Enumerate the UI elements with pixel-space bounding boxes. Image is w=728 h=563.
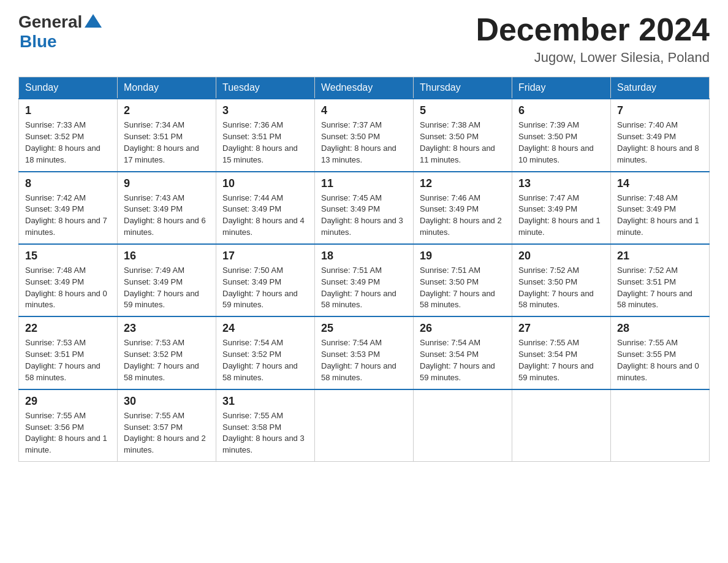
day-number: 17	[222, 250, 308, 262]
calendar-cell: 25 Sunrise: 7:54 AMSunset: 3:53 PMDaylig…	[315, 316, 414, 389]
day-info: Sunrise: 7:45 AMSunset: 3:49 PMDaylight:…	[321, 193, 403, 237]
day-info: Sunrise: 7:33 AMSunset: 3:52 PMDaylight:…	[25, 120, 100, 164]
logo-general-text: General	[18, 12, 82, 32]
header-tuesday: Tuesday	[216, 77, 315, 99]
day-number: 27	[518, 322, 604, 335]
day-number: 6	[518, 104, 604, 117]
calendar-cell: 19 Sunrise: 7:51 AMSunset: 3:50 PMDaylig…	[414, 244, 512, 316]
day-info: Sunrise: 7:55 AMSunset: 3:56 PMDaylight:…	[25, 411, 107, 455]
day-info: Sunrise: 7:38 AMSunset: 3:50 PMDaylight:…	[420, 120, 495, 164]
day-info: Sunrise: 7:48 AMSunset: 3:49 PMDaylight:…	[617, 193, 699, 237]
day-info: Sunrise: 7:53 AMSunset: 3:52 PMDaylight:…	[124, 338, 199, 382]
calendar-cell: 30 Sunrise: 7:55 AMSunset: 3:57 PMDaylig…	[118, 389, 216, 462]
calendar-cell: 28 Sunrise: 7:55 AMSunset: 3:55 PMDaylig…	[611, 316, 710, 389]
calendar-week-4: 22 Sunrise: 7:53 AMSunset: 3:51 PMDaylig…	[19, 316, 710, 389]
day-info: Sunrise: 7:55 AMSunset: 3:58 PMDaylight:…	[222, 411, 305, 455]
day-number: 24	[222, 322, 308, 335]
day-info: Sunrise: 7:55 AMSunset: 3:57 PMDaylight:…	[124, 411, 206, 455]
day-info: Sunrise: 7:50 AMSunset: 3:49 PMDaylight:…	[222, 266, 298, 310]
calendar-cell	[611, 389, 710, 462]
month-title: December 2024	[476, 12, 710, 47]
calendar-week-1: 1 Sunrise: 7:33 AMSunset: 3:52 PMDayligh…	[19, 99, 710, 171]
calendar-cell	[512, 389, 611, 462]
calendar-cell: 13 Sunrise: 7:47 AMSunset: 3:49 PMDaylig…	[512, 172, 611, 244]
calendar-cell: 11 Sunrise: 7:45 AMSunset: 3:49 PMDaylig…	[315, 172, 414, 244]
day-info: Sunrise: 7:55 AMSunset: 3:54 PMDaylight:…	[518, 338, 594, 382]
page-header: General Blue December 2024 Jugow, Lower …	[18, 12, 710, 66]
day-number: 11	[321, 177, 407, 190]
day-info: Sunrise: 7:37 AMSunset: 3:50 PMDaylight:…	[321, 120, 396, 164]
day-info: Sunrise: 7:43 AMSunset: 3:49 PMDaylight:…	[124, 193, 206, 237]
calendar-cell: 31 Sunrise: 7:55 AMSunset: 3:58 PMDaylig…	[216, 389, 315, 462]
logo-blue-text: Blue	[20, 32, 57, 52]
calendar-cell: 23 Sunrise: 7:53 AMSunset: 3:52 PMDaylig…	[118, 316, 216, 389]
calendar-cell: 1 Sunrise: 7:33 AMSunset: 3:52 PMDayligh…	[19, 99, 118, 171]
day-number: 3	[222, 104, 308, 117]
day-info: Sunrise: 7:49 AMSunset: 3:49 PMDaylight:…	[124, 266, 199, 310]
day-info: Sunrise: 7:54 AMSunset: 3:52 PMDaylight:…	[222, 338, 298, 382]
calendar-cell: 10 Sunrise: 7:44 AMSunset: 3:49 PMDaylig…	[216, 172, 315, 244]
calendar-cell: 20 Sunrise: 7:52 AMSunset: 3:50 PMDaylig…	[512, 244, 611, 316]
header-saturday: Saturday	[611, 77, 710, 99]
calendar-cell: 4 Sunrise: 7:37 AMSunset: 3:50 PMDayligh…	[315, 99, 414, 171]
header-wednesday: Wednesday	[315, 77, 414, 99]
day-number: 8	[25, 177, 111, 190]
day-number: 29	[25, 395, 111, 408]
day-info: Sunrise: 7:36 AMSunset: 3:51 PMDaylight:…	[222, 120, 298, 164]
calendar-cell: 16 Sunrise: 7:49 AMSunset: 3:49 PMDaylig…	[118, 244, 216, 316]
calendar-table: SundayMondayTuesdayWednesdayThursdayFrid…	[18, 77, 710, 462]
calendar-cell: 24 Sunrise: 7:54 AMSunset: 3:52 PMDaylig…	[216, 316, 315, 389]
calendar-week-2: 8 Sunrise: 7:42 AMSunset: 3:49 PMDayligh…	[19, 172, 710, 244]
day-number: 7	[617, 104, 703, 117]
day-number: 26	[420, 322, 506, 335]
day-info: Sunrise: 7:47 AMSunset: 3:49 PMDaylight:…	[518, 193, 601, 237]
calendar-cell: 6 Sunrise: 7:39 AMSunset: 3:50 PMDayligh…	[512, 99, 611, 171]
calendar-cell: 26 Sunrise: 7:54 AMSunset: 3:54 PMDaylig…	[414, 316, 512, 389]
header-thursday: Thursday	[414, 77, 512, 99]
calendar-cell: 22 Sunrise: 7:53 AMSunset: 3:51 PMDaylig…	[19, 316, 118, 389]
calendar-cell	[315, 389, 414, 462]
day-number: 12	[420, 177, 506, 190]
day-info: Sunrise: 7:42 AMSunset: 3:49 PMDaylight:…	[25, 193, 107, 237]
day-number: 13	[518, 177, 604, 190]
day-number: 16	[124, 250, 210, 262]
title-block: December 2024 Jugow, Lower Silesia, Pola…	[476, 12, 710, 66]
day-info: Sunrise: 7:52 AMSunset: 3:51 PMDaylight:…	[617, 266, 692, 310]
day-number: 21	[617, 250, 703, 262]
day-info: Sunrise: 7:52 AMSunset: 3:50 PMDaylight:…	[518, 266, 594, 310]
day-number: 23	[124, 322, 210, 335]
day-number: 18	[321, 250, 407, 262]
day-number: 28	[617, 322, 703, 335]
location-title: Jugow, Lower Silesia, Poland	[476, 50, 710, 66]
logo: General Blue	[18, 12, 102, 52]
calendar-cell: 9 Sunrise: 7:43 AMSunset: 3:49 PMDayligh…	[118, 172, 216, 244]
day-info: Sunrise: 7:54 AMSunset: 3:53 PMDaylight:…	[321, 338, 396, 382]
calendar-week-3: 15 Sunrise: 7:48 AMSunset: 3:49 PMDaylig…	[19, 244, 710, 316]
day-number: 10	[222, 177, 308, 190]
calendar-header-row: SundayMondayTuesdayWednesdayThursdayFrid…	[19, 77, 710, 99]
day-info: Sunrise: 7:40 AMSunset: 3:49 PMDaylight:…	[617, 120, 699, 164]
header-monday: Monday	[118, 77, 216, 99]
day-number: 15	[25, 250, 111, 262]
day-info: Sunrise: 7:51 AMSunset: 3:49 PMDaylight:…	[321, 266, 396, 310]
day-info: Sunrise: 7:34 AMSunset: 3:51 PMDaylight:…	[124, 120, 199, 164]
day-number: 19	[420, 250, 506, 262]
day-info: Sunrise: 7:46 AMSunset: 3:49 PMDaylight:…	[420, 193, 502, 237]
logo-triangle-icon	[85, 14, 102, 28]
calendar-cell: 15 Sunrise: 7:48 AMSunset: 3:49 PMDaylig…	[19, 244, 118, 316]
day-info: Sunrise: 7:53 AMSunset: 3:51 PMDaylight:…	[25, 338, 100, 382]
calendar-cell: 5 Sunrise: 7:38 AMSunset: 3:50 PMDayligh…	[414, 99, 512, 171]
calendar-cell: 3 Sunrise: 7:36 AMSunset: 3:51 PMDayligh…	[216, 99, 315, 171]
day-info: Sunrise: 7:55 AMSunset: 3:55 PMDaylight:…	[617, 338, 699, 382]
day-info: Sunrise: 7:39 AMSunset: 3:50 PMDaylight:…	[518, 120, 594, 164]
day-number: 2	[124, 104, 210, 117]
header-friday: Friday	[512, 77, 611, 99]
day-info: Sunrise: 7:44 AMSunset: 3:49 PMDaylight:…	[222, 193, 305, 237]
calendar-cell: 7 Sunrise: 7:40 AMSunset: 3:49 PMDayligh…	[611, 99, 710, 171]
calendar-cell: 12 Sunrise: 7:46 AMSunset: 3:49 PMDaylig…	[414, 172, 512, 244]
calendar-cell: 17 Sunrise: 7:50 AMSunset: 3:49 PMDaylig…	[216, 244, 315, 316]
day-number: 30	[124, 395, 210, 408]
calendar-week-5: 29 Sunrise: 7:55 AMSunset: 3:56 PMDaylig…	[19, 389, 710, 462]
calendar-cell: 29 Sunrise: 7:55 AMSunset: 3:56 PMDaylig…	[19, 389, 118, 462]
day-number: 5	[420, 104, 506, 117]
